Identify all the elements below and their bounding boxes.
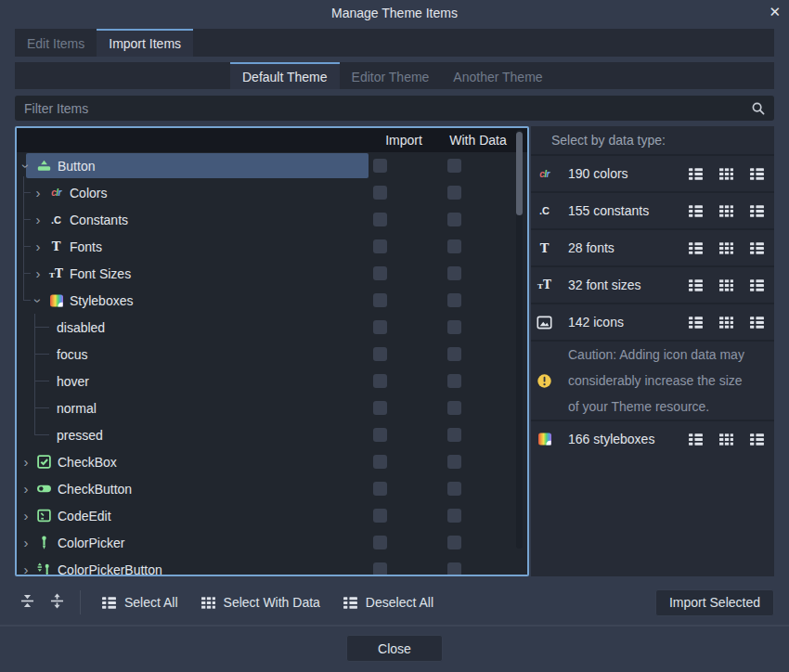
- row-actions: [687, 165, 765, 182]
- with-data-checkbox[interactable]: [447, 536, 461, 549]
- select-with-data-button[interactable]: [718, 239, 734, 256]
- select-with-data-button[interactable]: [718, 431, 734, 447]
- with-data-checkbox[interactable]: [447, 266, 461, 280]
- deselect-all-button[interactable]: [748, 314, 765, 330]
- tree-row-colorpickerbutton[interactable]: ›ColorPickerButton: [17, 556, 527, 575]
- tree-row-checkbox[interactable]: ›CheckBox: [17, 448, 527, 475]
- with-data-checkbox[interactable]: [447, 293, 461, 307]
- theme-tab-another-theme[interactable]: Another Theme: [441, 62, 554, 89]
- with-data-checkbox[interactable]: [447, 159, 461, 173]
- select-all-button[interactable]: [687, 165, 704, 182]
- chevron-right-icon[interactable]: ›: [20, 456, 32, 469]
- import-checkbox[interactable]: [373, 293, 387, 307]
- select-with-data-button[interactable]: Select With Data: [189, 588, 331, 616]
- tree-scrollbar-thumb[interactable]: [516, 132, 523, 215]
- chevron-right-icon[interactable]: ›: [32, 267, 44, 280]
- collapse-all-button[interactable]: [15, 590, 39, 614]
- chevron-down-icon[interactable]: ›: [32, 295, 45, 306]
- select-all-button[interactable]: [687, 239, 704, 256]
- with-data-checkbox[interactable]: [447, 428, 461, 442]
- import-checkbox[interactable]: [373, 428, 387, 442]
- chevron-right-icon[interactable]: ›: [32, 187, 44, 200]
- import-checkbox[interactable]: [373, 509, 387, 523]
- select-with-data-button[interactable]: [718, 277, 734, 293]
- chevron-right-icon[interactable]: ›: [20, 483, 32, 496]
- select-all-button[interactable]: Select All: [90, 588, 189, 616]
- tree-row-checkbutton[interactable]: ›CheckButton: [17, 475, 527, 502]
- row-actions: [687, 277, 765, 293]
- with-data-checkbox[interactable]: [447, 455, 461, 469]
- with-data-checkbox[interactable]: [447, 186, 461, 200]
- with-data-checkbox[interactable]: [447, 374, 461, 388]
- import-checkbox[interactable]: [373, 320, 387, 334]
- tree-item-label: Fonts: [70, 239, 102, 254]
- data-type-row-32-font-sizes: TT32 font sizes: [531, 265, 774, 303]
- tree-row-pressed[interactable]: pressed: [17, 421, 527, 448]
- deselect-all-button[interactable]: [748, 239, 765, 256]
- import-checkbox[interactable]: [373, 374, 387, 388]
- select-all-button[interactable]: [687, 202, 704, 219]
- import-checkbox[interactable]: [373, 347, 387, 361]
- with-data-checkbox[interactable]: [447, 347, 461, 361]
- import-checkbox[interactable]: [373, 213, 387, 226]
- deselect-all-button[interactable]: Deselect All: [331, 588, 445, 616]
- tree-row-constants[interactable]: ›.CConstants: [17, 206, 527, 233]
- tree-row-fonts[interactable]: ›TFonts: [17, 233, 527, 260]
- select-all-button[interactable]: [687, 277, 704, 293]
- import-selected-button[interactable]: Import Selected: [655, 589, 774, 616]
- select-with-data-button[interactable]: [718, 314, 734, 330]
- tab-import-items[interactable]: Import Items: [97, 29, 193, 57]
- with-data-checkbox[interactable]: [447, 482, 461, 496]
- tree-row-button[interactable]: ›Button: [17, 152, 527, 179]
- chevron-right-icon[interactable]: ›: [32, 213, 44, 226]
- theme-tab-editor-theme[interactable]: Editor Theme: [340, 62, 442, 89]
- deselect-all-button[interactable]: [748, 165, 765, 182]
- main-tab-bar: Edit ItemsImport Items: [15, 29, 774, 57]
- with-data-checkbox[interactable]: [447, 320, 461, 334]
- select-all-button[interactable]: [687, 314, 704, 330]
- tree-row-font-sizes[interactable]: ›TTFont Sizes: [17, 260, 527, 287]
- import-checkbox[interactable]: [373, 482, 387, 496]
- import-checkbox[interactable]: [373, 266, 387, 280]
- import-checkbox[interactable]: [373, 536, 387, 549]
- select-all-button[interactable]: [687, 431, 704, 447]
- deselect-all-button[interactable]: [748, 202, 765, 219]
- import-checkbox[interactable]: [373, 455, 387, 469]
- tree-row-codeedit[interactable]: ›CodeEdit: [17, 502, 527, 529]
- tree-row-colors[interactable]: ›clrColors: [17, 179, 527, 206]
- tree-row-styleboxes[interactable]: ›Styleboxes: [17, 287, 527, 314]
- import-checkbox[interactable]: [373, 239, 387, 253]
- import-checkbox[interactable]: [373, 562, 387, 575]
- data-type-row-142-icons: 142 icons: [531, 303, 774, 340]
- chevron-down-icon[interactable]: ›: [19, 161, 32, 172]
- tree-item-label: focus: [57, 347, 87, 362]
- tree-row-disabled[interactable]: disabled: [17, 314, 527, 341]
- tree-row-normal[interactable]: normal: [17, 394, 527, 421]
- tree-row-colorpicker[interactable]: ›ColorPicker: [17, 529, 527, 556]
- close-button[interactable]: Close: [346, 635, 443, 662]
- select-with-data-button[interactable]: [718, 202, 734, 219]
- deselect-all-button[interactable]: [748, 277, 765, 293]
- close-icon[interactable]: ✕: [769, 3, 781, 21]
- tree-row-hover[interactable]: hover: [17, 368, 527, 394]
- import-checkbox[interactable]: [373, 401, 387, 415]
- tab-edit-items[interactable]: Edit Items: [15, 29, 97, 57]
- with-data-checkbox[interactable]: [447, 401, 461, 415]
- with-data-checkbox[interactable]: [447, 509, 461, 523]
- theme-tab-default-theme[interactable]: Default Theme: [230, 62, 340, 89]
- with-data-checkbox[interactable]: [447, 213, 461, 226]
- with-data-checkbox[interactable]: [447, 239, 461, 253]
- chevron-right-icon[interactable]: ›: [20, 536, 32, 549]
- chevron-right-icon[interactable]: ›: [20, 563, 32, 575]
- import-checkbox[interactable]: [373, 159, 387, 173]
- select-with-data-button[interactable]: [718, 165, 734, 182]
- caution-text: Caution: Adding icon data may considerab…: [568, 342, 752, 420]
- chevron-right-icon[interactable]: ›: [20, 510, 32, 523]
- filter-items-input[interactable]: [15, 101, 751, 116]
- chevron-right-icon[interactable]: ›: [32, 240, 44, 253]
- tree-row-focus[interactable]: focus: [17, 341, 527, 368]
- deselect-all-button[interactable]: [748, 431, 765, 447]
- expand-all-button[interactable]: [45, 590, 69, 614]
- import-checkbox[interactable]: [373, 186, 387, 200]
- with-data-checkbox[interactable]: [447, 562, 461, 575]
